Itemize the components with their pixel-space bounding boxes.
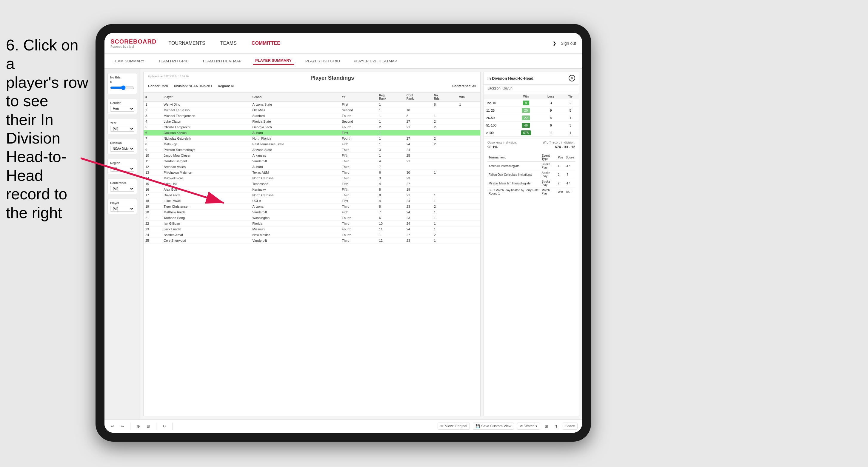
tourn-cell-score: -17 (564, 162, 575, 170)
copy-button[interactable]: ⊕ (135, 423, 142, 430)
tourn-cell-name: SEC Match Play hosted by Jerry Pate Roun… (488, 188, 540, 196)
h2h-col-win: Win (512, 94, 540, 99)
table-row[interactable]: 6 Jackson Koivun Auburn First 1 (144, 130, 480, 136)
col-reg-rank: RegRank (377, 93, 405, 102)
h2h-cell-tie: 3 (562, 122, 579, 129)
cell-player: Nicholas Gabrelcik (162, 136, 250, 142)
opponents-label: Opponents in division: (488, 141, 517, 144)
table-row[interactable]: 21 Taehoon Song Washington Fourth 6 23 1 (144, 215, 480, 221)
tab-player-h2h-heatmap[interactable]: PLAYER H2H HEATMAP (351, 57, 399, 65)
cell-reg: 1 (377, 136, 405, 142)
cell-win (458, 176, 480, 181)
paste-button[interactable]: ⊞ (145, 423, 152, 430)
tournament-table: Tournament Event Type Pos Score Amer Ari… (488, 153, 575, 196)
gender-select[interactable]: Men Women (110, 106, 134, 112)
table-row[interactable]: 3 Michael Thorbjornsen Stanford Fourth 1… (144, 113, 480, 119)
watch-button[interactable]: 👁 Watch ▾ (517, 423, 540, 430)
tournament-row: SEC Match Play hosted by Jerry Pate Roun… (488, 188, 575, 196)
table-row[interactable]: 22 Ian Gilligan Florida Third 10 24 1 (144, 221, 480, 226)
cell-yr: Third (340, 176, 377, 181)
gender-filter-value: Men (161, 84, 168, 88)
refresh-button[interactable]: ↻ (161, 423, 168, 430)
h2h-cell-loss: 9 (540, 107, 562, 114)
tab-team-h2h-grid[interactable]: TEAM H2H GRID (156, 57, 191, 65)
cell-school: Arizona (250, 204, 340, 210)
cell-school: Auburn (250, 164, 340, 170)
cell-school: North Carolina (250, 176, 340, 181)
save-custom-button[interactable]: 💾 Save Custom View (473, 423, 514, 430)
table-row[interactable]: 5 Christo Lamprecht Georgia Tech Fourth … (144, 124, 480, 130)
cell-num: 1 (144, 102, 162, 107)
tab-player-summary[interactable]: PLAYER SUMMARY (253, 57, 294, 65)
sign-out-link[interactable]: Sign out (561, 41, 576, 46)
cell-school: Washington (250, 215, 340, 221)
cell-reg: 8 (377, 187, 405, 192)
cell-yr: Fifth (340, 142, 377, 147)
table-row[interactable]: 25 Cole Sherwood Vanderbilt Third 12 23 … (144, 238, 480, 244)
cell-win (458, 181, 480, 187)
standings-header: Update time: 27/03/2024 16:56:26 Player … (144, 72, 480, 93)
h2h-cell-win: 22 (512, 114, 540, 122)
cell-player: Michael La Sasso (162, 107, 250, 113)
grid-button[interactable]: ⊞ (543, 423, 550, 430)
h2h-row: >100 578 11 1 (484, 129, 579, 137)
share-button[interactable]: Share (563, 423, 578, 430)
standings-table-container[interactable]: # Player School Yr RegRank ConfRank No.R… (144, 93, 480, 416)
toolbar-separator-2 (156, 423, 156, 430)
cell-rds: 2 (432, 119, 458, 124)
nav-tournaments[interactable]: TOURNAMENTS (165, 39, 208, 48)
no-rds-value: 6 (110, 80, 134, 84)
cell-rds: 1 (432, 170, 458, 176)
undo-button[interactable]: ↩ (109, 423, 116, 430)
opponents-pct: 98.1% (488, 145, 498, 149)
nav-teams[interactable]: TEAMS (217, 39, 240, 48)
instruction-line2: player's row to see (6, 74, 88, 110)
cell-rds: 1 (432, 226, 458, 232)
table-row[interactable]: 8 Mats Ege East Tennessee State Fifth 1 … (144, 142, 480, 147)
table-row[interactable]: 2 Michael La Sasso Ole Miss Second 1 18 (144, 107, 480, 113)
view-original-button[interactable]: 👁 View: Original (438, 423, 470, 430)
h2h-header: In Division Head-to-Head ✕ (484, 72, 579, 85)
tab-team-summary[interactable]: TEAM SUMMARY (111, 57, 147, 65)
cell-school: Vanderbilt (250, 238, 340, 244)
cell-school: Florida (250, 221, 340, 226)
region-filter-value: All (231, 84, 234, 88)
year-select[interactable]: (All) (110, 126, 134, 132)
table-row[interactable]: 4 Luke Claton Florida State Second 1 27 … (144, 119, 480, 124)
h2h-cell-win: 20 (512, 107, 540, 114)
table-row[interactable]: 7 Nicholas Gabrelcik North Florida Fourt… (144, 136, 480, 142)
cell-player: Luke Claton (162, 119, 250, 124)
cell-school: Auburn (250, 130, 340, 136)
h2h-cell-label: 11-25 (484, 107, 512, 114)
table-row[interactable]: 1 Wenyi Ding Arizona State First 1 8 1 (144, 102, 480, 107)
cell-school: Vanderbilt (250, 210, 340, 215)
cell-rds: 2 (432, 232, 458, 238)
cell-reg: 11 (377, 226, 405, 232)
h2h-col-label (484, 94, 512, 99)
standings-filters: Gender: Men Division: NCAA Division I Re… (148, 83, 476, 89)
tourn-cell-pos: 4 (557, 162, 564, 170)
logo: SCOREBOARD Powered by clippi (111, 38, 156, 48)
tab-player-h2h-grid[interactable]: PLAYER H2H GRID (303, 57, 342, 65)
cell-conf: 23 (405, 204, 432, 210)
cell-reg: 7 (377, 164, 405, 170)
cell-win (458, 113, 480, 119)
no-rds-slider[interactable] (110, 85, 134, 90)
table-row[interactable]: 23 Jack Lundin Missouri Fourth 11 24 1 (144, 226, 480, 232)
h2h-close-button[interactable]: ✕ (569, 75, 575, 82)
tourn-cell-type: Match Play (540, 188, 556, 196)
table-row[interactable]: 24 Bastien Amat New Mexico Fourth 1 27 2 (144, 232, 480, 238)
tournament-row: Fallon Oak Collegiate Invitational Strok… (488, 170, 575, 179)
cell-player: Jackson Koivun (162, 130, 250, 136)
cell-num: 5 (144, 124, 162, 130)
tab-team-h2h-heatmap[interactable]: TEAM H2H HEATMAP (200, 57, 244, 65)
cell-rds (432, 158, 458, 164)
export-button[interactable]: ⬆ (553, 423, 560, 430)
cell-player: Wenyi Ding (162, 102, 250, 107)
bottom-toolbar: ↩ ↪ ⊕ ⊞ ↻ 👁 View: Original 💾 Save Custom… (104, 419, 582, 433)
cell-win (458, 124, 480, 130)
cell-yr: First (340, 198, 377, 204)
nav-committee[interactable]: COMMITTEE (249, 39, 283, 48)
redo-button[interactable]: ↪ (119, 423, 126, 430)
table-row[interactable]: 20 Matthew Riedel Vanderbilt Fifth 7 24 … (144, 210, 480, 215)
